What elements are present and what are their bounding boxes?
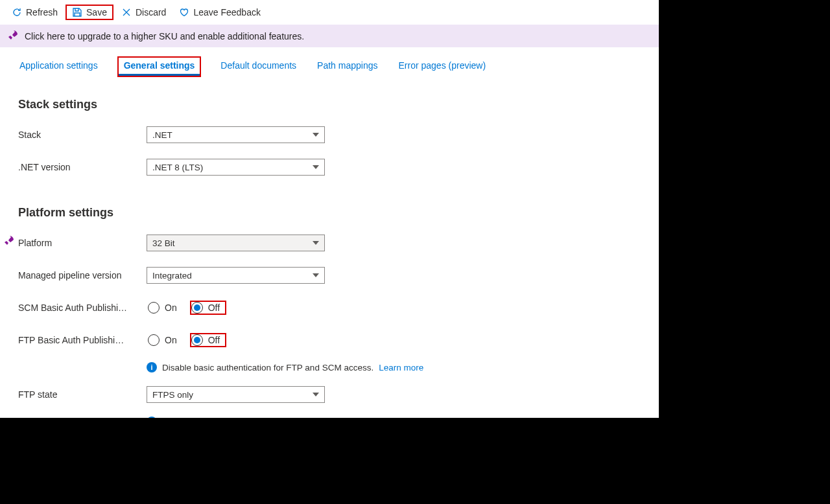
feedback-button[interactable]: Leave Feedback xyxy=(174,5,266,20)
info-icon: i xyxy=(147,417,157,418)
refresh-icon xyxy=(12,7,22,17)
radio-label-on: On xyxy=(165,303,177,313)
platform-settings-heading: Platform settings xyxy=(18,206,641,220)
discard-label: Discard xyxy=(136,7,166,17)
stack-value: .NET xyxy=(152,130,172,140)
pipeline-select[interactable]: Integrated xyxy=(147,267,325,284)
upgrade-banner[interactable]: Click here to upgrade to a higher SKU an… xyxy=(0,25,659,47)
radio-circle-icon xyxy=(191,302,203,314)
chevron-down-icon xyxy=(313,165,319,169)
scm-off-radio[interactable]: Off xyxy=(190,301,226,315)
net-version-label: .NET version xyxy=(18,162,147,172)
refresh-label: Refresh xyxy=(26,7,58,17)
tab-bar: Application settings General settings De… xyxy=(0,47,659,80)
refresh-button[interactable]: Refresh xyxy=(6,5,63,20)
save-button[interactable]: Save xyxy=(65,5,113,20)
chevron-down-icon xyxy=(313,393,319,396)
info-icon: i xyxy=(147,362,157,372)
scm-basic-auth-group: On Off xyxy=(147,301,226,315)
save-icon xyxy=(72,7,82,17)
scm-on-radio[interactable]: On xyxy=(147,301,181,315)
radio-label-on: On xyxy=(165,335,177,345)
ftp-off-radio[interactable]: Off xyxy=(190,333,226,347)
stack-settings-heading: Stack settings xyxy=(18,98,641,111)
ftp-basic-auth-label: FTP Basic Auth Publishi… xyxy=(18,335,147,345)
platform-label: Platform xyxy=(18,238,147,248)
chevron-down-icon xyxy=(313,273,319,277)
stack-settings-section: Stack settings Stack .NET .NET version .… xyxy=(0,80,659,179)
pipeline-label: Managed pipeline version xyxy=(18,270,147,281)
platform-settings-section: Platform settings Platform 32 Bit Manage… xyxy=(0,188,659,352)
rocket-icon xyxy=(8,30,18,42)
basic-auth-learn-more-link[interactable]: Learn more xyxy=(379,363,423,372)
tab-application-settings[interactable]: Application settings xyxy=(18,56,99,77)
net-version-select[interactable]: .NET 8 (LTS) xyxy=(147,159,325,176)
chevron-down-icon xyxy=(313,133,319,137)
ftp-state-learn-more-link[interactable]: Learn more xyxy=(596,417,641,418)
radio-circle-icon xyxy=(191,334,203,346)
toolbar: Refresh Save Discard Leave Feedback xyxy=(0,0,659,25)
radio-circle-icon xyxy=(148,302,160,314)
basic-auth-info: i Disable basic authentication for FTP a… xyxy=(128,361,659,379)
ftp-state-value: FTPS only xyxy=(152,390,193,400)
radio-label-off: Off xyxy=(208,335,220,345)
net-version-value: .NET 8 (LTS) xyxy=(152,163,203,172)
platform-select[interactable]: 32 Bit xyxy=(147,235,325,251)
ftp-state-info: i FTP based deployment can be disabled o… xyxy=(128,415,659,418)
radio-circle-icon xyxy=(148,334,160,346)
heart-icon xyxy=(179,7,189,17)
ftp-state-wrap: FTP state FTPS only xyxy=(0,383,659,406)
rocket-icon xyxy=(4,235,14,247)
radio-label-off: Off xyxy=(208,303,220,313)
banner-text: Click here to upgrade to a higher SKU an… xyxy=(25,31,304,41)
chevron-down-icon xyxy=(313,241,319,245)
ftp-basic-auth-group: On Off xyxy=(147,333,226,347)
save-label: Save xyxy=(86,7,107,17)
stack-select[interactable]: .NET xyxy=(147,126,325,143)
close-icon xyxy=(121,7,132,17)
scm-basic-auth-label: SCM Basic Auth Publishi… xyxy=(18,303,147,313)
tab-path-mappings[interactable]: Path mappings xyxy=(316,56,379,77)
ftp-state-info-text: FTP based deployment can be disabled or … xyxy=(162,417,591,418)
feedback-label: Leave Feedback xyxy=(193,7,261,17)
basic-auth-info-text: Disable basic authentication for FTP and… xyxy=(162,363,374,372)
ftp-state-select[interactable]: FTPS only xyxy=(147,386,325,403)
discard-button[interactable]: Discard xyxy=(116,5,171,20)
tab-general-settings[interactable]: General settings xyxy=(117,56,202,77)
stack-label: Stack xyxy=(18,130,147,140)
platform-value: 32 Bit xyxy=(152,238,175,248)
tab-default-documents[interactable]: Default documents xyxy=(219,56,298,77)
ftp-state-label: FTP state xyxy=(18,389,147,400)
pipeline-value: Integrated xyxy=(152,271,192,281)
tab-error-pages[interactable]: Error pages (preview) xyxy=(397,56,487,77)
ftp-on-radio[interactable]: On xyxy=(147,333,181,347)
